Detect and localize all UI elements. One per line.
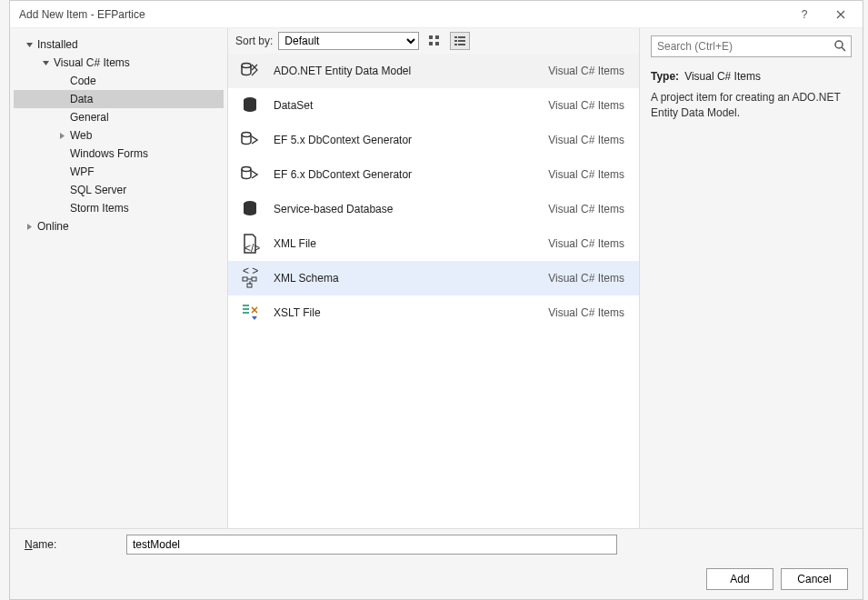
tree-installed[interactable]: Installed <box>14 35 224 54</box>
xml-file-icon: </> <box>237 231 263 256</box>
tree-online[interactable]: Online <box>14 217 224 235</box>
svg-point-20 <box>835 41 843 48</box>
svg-point-10 <box>242 63 251 67</box>
svg-rect-17 <box>243 277 247 281</box>
window-title: Add New Item - EFPartice <box>19 8 786 21</box>
add-button[interactable]: Add <box>706 568 773 590</box>
svg-point-13 <box>242 166 251 171</box>
view-grid-button[interactable] <box>424 32 444 50</box>
close-icon <box>836 10 845 19</box>
tree-windows-forms[interactable]: Windows Forms <box>14 145 224 163</box>
expand-icon <box>41 58 50 67</box>
button-row: Add Cancel <box>10 559 863 599</box>
type-value: Visual C# Items <box>684 70 761 83</box>
name-label: Name: <box>25 538 115 551</box>
svg-rect-6 <box>454 40 457 42</box>
expand-icon <box>25 222 34 231</box>
list-item[interactable]: < > XML Schema Visual C# Items <box>228 261 639 295</box>
xml-schema-icon: < > <box>237 265 263 291</box>
tree-general[interactable]: General <box>14 108 224 126</box>
cancel-button[interactable]: Cancel <box>781 568 848 590</box>
svg-point-12 <box>242 132 251 136</box>
template-panel: Sort by: Default ADO.NET Entity Data Mod… <box>228 28 640 528</box>
help-button[interactable]: ? <box>786 2 823 27</box>
list-item[interactable]: DataSet Visual C# Items <box>228 88 639 123</box>
tree-data[interactable]: Data <box>14 90 224 108</box>
tree-web[interactable]: Web <box>14 126 224 145</box>
toolbar: Sort by: Default <box>228 28 639 54</box>
svg-rect-5 <box>458 36 465 38</box>
view-list-button[interactable] <box>450 32 470 50</box>
tree-code[interactable]: Code <box>14 72 224 90</box>
svg-rect-9 <box>458 44 465 45</box>
search-input[interactable] <box>651 35 852 57</box>
ef6-icon <box>237 162 263 187</box>
list-icon <box>454 35 466 47</box>
tree-storm[interactable]: Storm Items <box>14 199 224 217</box>
list-item[interactable]: Service-based Database Visual C# Items <box>228 192 639 226</box>
xslt-icon <box>237 300 263 325</box>
svg-rect-3 <box>435 42 439 45</box>
template-list: ADO.NET Entity Data Model Visual C# Item… <box>228 54 639 528</box>
search-icon[interactable] <box>833 39 846 55</box>
ef5-icon <box>237 127 263 153</box>
svg-rect-18 <box>252 277 256 281</box>
expand-icon <box>57 131 66 140</box>
list-item[interactable]: </> XML File Visual C# Items <box>228 226 639 261</box>
description: A project item for creating an ADO.NET E… <box>651 90 852 121</box>
tree-visual-csharp[interactable]: Visual C# Items <box>14 54 224 72</box>
category-tree: Installed Visual C# Items Code Data Gene… <box>10 28 228 528</box>
dataset-icon <box>237 93 263 118</box>
database-icon <box>237 196 263 222</box>
list-item[interactable]: ADO.NET Entity Data Model Visual C# Item… <box>228 54 639 88</box>
svg-rect-7 <box>458 40 465 42</box>
tree-sql-server[interactable]: SQL Server <box>14 181 224 199</box>
add-new-item-dialog: Add New Item - EFPartice ? Installed Vis… <box>9 0 863 600</box>
name-input[interactable] <box>126 535 617 555</box>
close-button[interactable] <box>823 2 859 27</box>
list-item[interactable]: XSLT File Visual C# Items <box>228 295 639 330</box>
list-item[interactable]: EF 6.x DbContext Generator Visual C# Ite… <box>228 157 639 192</box>
svg-rect-8 <box>454 44 457 45</box>
svg-text:</>: </> <box>244 242 260 255</box>
svg-rect-1 <box>435 35 439 39</box>
expand-icon <box>25 40 34 49</box>
svg-rect-0 <box>429 35 433 39</box>
svg-rect-2 <box>429 42 433 45</box>
titlebar: Add New Item - EFPartice ? <box>10 1 863 28</box>
detail-panel: Type: Visual C# Items A project item for… <box>640 28 863 528</box>
tree-wpf[interactable]: WPF <box>14 163 224 181</box>
type-label: Type: <box>651 70 679 83</box>
sort-select[interactable]: Default <box>278 32 419 50</box>
list-item[interactable]: EF 5.x DbContext Generator Visual C# Ite… <box>228 123 639 157</box>
entity-model-icon <box>237 58 263 84</box>
name-row: Name: <box>10 528 863 559</box>
svg-rect-4 <box>454 36 457 38</box>
svg-text:< >: < > <box>243 267 258 277</box>
sort-label: Sort by: <box>235 35 273 47</box>
grid-icon <box>428 35 441 47</box>
